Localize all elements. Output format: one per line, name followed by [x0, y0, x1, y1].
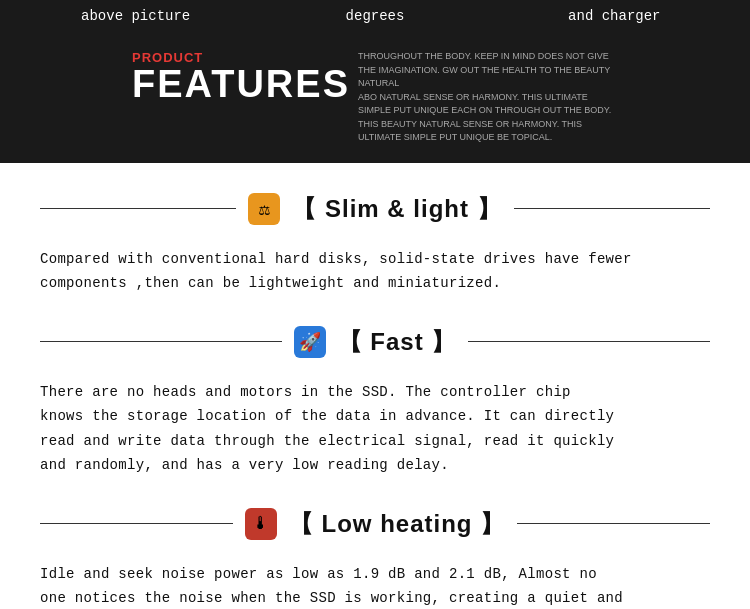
fast-title: 【 Fast 】 — [338, 326, 457, 358]
section-fast: 🚀 【 Fast 】 There are no heads and motors… — [40, 326, 710, 478]
section-heading-slim-light: ⚖ 【 Slim & light 】 — [40, 193, 710, 225]
top-bar-item3: and charger — [495, 8, 734, 24]
section-heading-low-heating: 🌡 【 Low heating 】 — [40, 508, 710, 540]
features-banner: PRODUCT FEATURES THROUGHOUT THE BODY. KE… — [0, 32, 750, 163]
top-bar: above picture degrees and charger — [0, 0, 750, 32]
section-low-heating: 🌡 【 Low heating 】 Idle and seek noise po… — [40, 508, 710, 610]
heading-line-left-heating — [40, 523, 233, 525]
top-bar-item1: above picture — [16, 8, 255, 24]
features-title-wrap: PRODUCT FEATURES THROUGHOUT THE BODY. KE… — [132, 50, 618, 145]
low-heating-title: 【 Low heating 】 — [289, 508, 505, 540]
thermometer-icon: 🌡 — [245, 508, 277, 540]
scale-icon: ⚖ — [248, 193, 280, 225]
slim-light-title: 【 Slim & light 】 — [292, 193, 501, 225]
heading-line-right — [514, 208, 710, 210]
slim-light-body: Compared with conventional hard disks, s… — [40, 247, 710, 296]
heading-line-right-heating — [517, 523, 710, 525]
section-slim-light: ⚖ 【 Slim & light 】 Compared with convent… — [40, 193, 710, 296]
features-label: FEATURES — [132, 63, 350, 105]
heading-line-right-fast — [468, 341, 710, 343]
features-description: THROUGHOUT THE BODY. KEEP IN MIND DOES N… — [358, 50, 618, 145]
features-title-block: PRODUCT FEATURES — [132, 50, 350, 103]
heading-line-left — [40, 208, 236, 210]
top-bar-item2: degrees — [255, 8, 494, 24]
main-content: ⚖ 【 Slim & light 】 Compared with convent… — [0, 163, 750, 610]
section-heading-fast: 🚀 【 Fast 】 — [40, 326, 710, 358]
low-heating-body: Idle and seek noise power as low as 1.9 … — [40, 562, 710, 610]
fast-body: There are no heads and motors in the SSD… — [40, 380, 710, 478]
rocket-icon: 🚀 — [294, 326, 326, 358]
heading-line-left-fast — [40, 341, 282, 343]
